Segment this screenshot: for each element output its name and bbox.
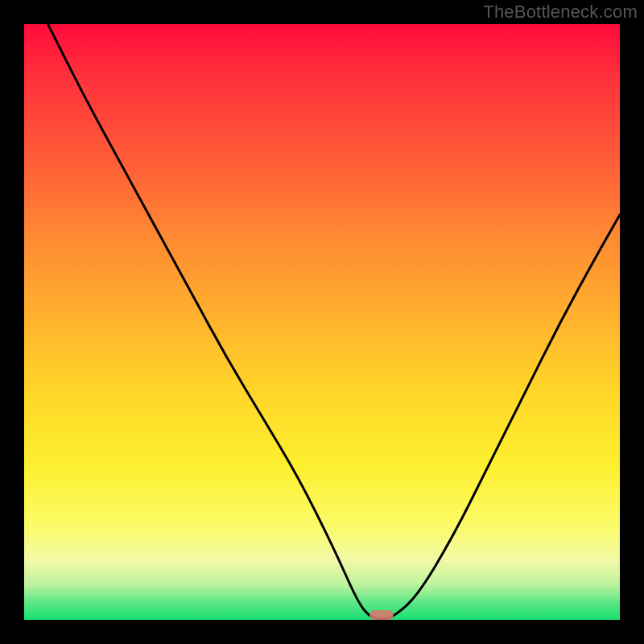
plot-area bbox=[24, 24, 620, 620]
watermark-text: TheBottleneck.com bbox=[483, 2, 638, 23]
bottleneck-curve bbox=[24, 24, 620, 620]
minimum-marker bbox=[369, 610, 394, 620]
chart-frame: TheBottleneck.com bbox=[0, 0, 644, 644]
curve-path bbox=[48, 24, 620, 619]
